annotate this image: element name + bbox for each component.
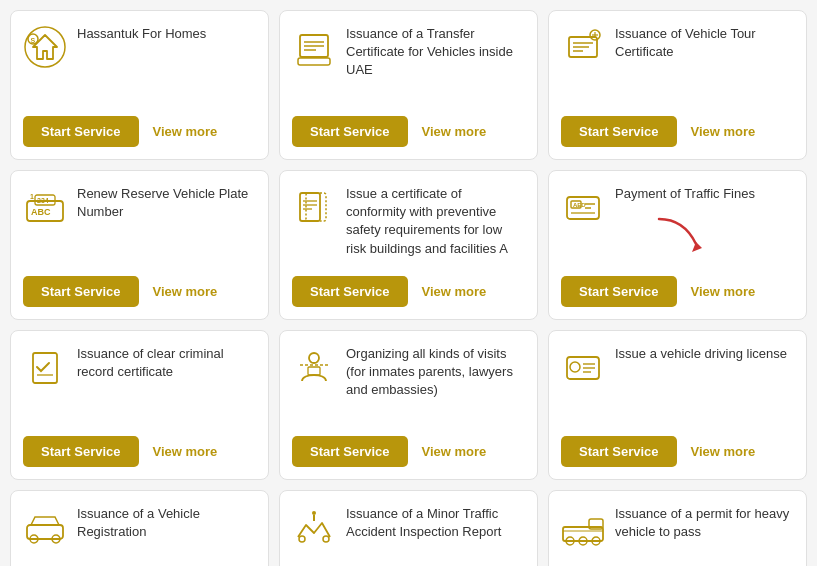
service-icon-conformity xyxy=(292,185,336,229)
svg-rect-8 xyxy=(298,58,330,65)
card-title: Issuance of Vehicle Tour Certificate xyxy=(615,25,794,61)
start-service-button[interactable]: Start Service xyxy=(23,116,139,147)
card-actions: Start Service View more xyxy=(292,276,525,307)
service-icon-visits xyxy=(292,345,336,389)
card-header: 1 234 ABC Renew Reserve Vehicle Plate Nu… xyxy=(23,185,256,229)
service-icon-vehicle-certificate xyxy=(292,25,336,69)
card-title: Issue a certificate of conformity with p… xyxy=(346,185,525,258)
start-service-button[interactable]: Start Service xyxy=(292,116,408,147)
card-header: Issue a vehicle driving license xyxy=(561,345,794,389)
card-header: Issuance of a Transfer Certificate for V… xyxy=(292,25,525,80)
arrow-indicator xyxy=(654,214,704,254)
card-actions: Start Service View more xyxy=(292,436,525,467)
svg-point-39 xyxy=(570,362,580,372)
service-icon-criminal-record xyxy=(23,345,67,389)
card-header: Issuance of Vehicle Tour Certificate xyxy=(561,25,794,69)
card-header: Issuance of a Vehicle Registration xyxy=(23,505,256,549)
card-actions: Start Service View more xyxy=(23,436,256,467)
view-more-link[interactable]: View more xyxy=(422,444,487,459)
card-header: Organizing all kinds of visits (for inma… xyxy=(292,345,525,400)
service-card-traffic-fines: AED Payment of Traffic Fines Start Servi… xyxy=(548,170,807,320)
svg-rect-22 xyxy=(306,193,326,221)
view-more-link[interactable]: View more xyxy=(153,444,218,459)
start-service-button[interactable]: Start Service xyxy=(561,116,677,147)
card-title: Issue a vehicle driving license xyxy=(615,345,787,363)
service-grid: S Hassantuk For Homes Start Service View… xyxy=(10,10,807,566)
view-more-link[interactable]: View more xyxy=(153,124,218,139)
svg-point-0 xyxy=(25,27,65,67)
start-service-button[interactable]: Start Service xyxy=(561,276,677,307)
view-more-link[interactable]: View more xyxy=(691,124,756,139)
service-icon-traffic-accident xyxy=(292,505,336,549)
service-icon-traffic-fines: AED xyxy=(561,185,605,229)
start-service-button[interactable]: Start Service xyxy=(23,276,139,307)
svg-text:234: 234 xyxy=(37,197,49,204)
svg-text:AED: AED xyxy=(573,202,586,208)
service-card-vehicle-registration: Issuance of a Vehicle Registration Start… xyxy=(10,490,269,566)
svg-marker-1 xyxy=(33,35,57,59)
svg-rect-21 xyxy=(300,193,320,221)
card-title: Organizing all kinds of visits (for inma… xyxy=(346,345,525,400)
card-header: Issuance of a permit for heavy vehicle t… xyxy=(561,505,794,549)
service-card-heavy-vehicle: Issuance of a permit for heavy vehicle t… xyxy=(548,490,807,566)
svg-text:1: 1 xyxy=(30,193,34,200)
service-icon-heavy-vehicle xyxy=(561,505,605,549)
start-service-button[interactable]: Start Service xyxy=(292,276,408,307)
view-more-link[interactable]: View more xyxy=(422,284,487,299)
card-title: Issuance of a permit for heavy vehicle t… xyxy=(615,505,794,541)
card-actions: Start Service View more xyxy=(561,276,794,307)
card-actions: Start Service View more xyxy=(23,276,256,307)
card-title: Hassantuk For Homes xyxy=(77,25,206,43)
service-card-vehicle-tour: Issuance of Vehicle Tour Certificate Sta… xyxy=(548,10,807,160)
svg-point-47 xyxy=(312,511,316,515)
card-actions: Start Service View more xyxy=(23,116,256,147)
svg-marker-32 xyxy=(692,242,702,252)
service-card-conformity-certificate: Issue a certificate of conformity with p… xyxy=(279,170,538,320)
svg-rect-43 xyxy=(27,525,63,539)
svg-text:S: S xyxy=(31,37,36,44)
card-header: Issuance of clear criminal record certif… xyxy=(23,345,256,389)
card-title: Issuance of clear criminal record certif… xyxy=(77,345,256,381)
view-more-link[interactable]: View more xyxy=(153,284,218,299)
service-card-traffic-accident: Issuance of a Minor Traffic Accident Ins… xyxy=(279,490,538,566)
service-icon-vehicle-tour xyxy=(561,25,605,69)
card-actions: Start Service View more xyxy=(561,116,794,147)
service-card-criminal-record: Issuance of clear criminal record certif… xyxy=(10,330,269,480)
view-more-link[interactable]: View more xyxy=(691,444,756,459)
card-actions: Start Service View more xyxy=(292,116,525,147)
service-card-driving-license: Issue a vehicle driving license Start Se… xyxy=(548,330,807,480)
svg-point-35 xyxy=(309,353,319,363)
card-title: Renew Reserve Vehicle Plate Number xyxy=(77,185,256,221)
svg-point-49 xyxy=(323,536,329,542)
service-card-hassantuk: S Hassantuk For Homes Start Service View… xyxy=(10,10,269,160)
svg-text:ABC: ABC xyxy=(31,207,51,217)
start-service-button[interactable]: Start Service xyxy=(23,436,139,467)
svg-rect-37 xyxy=(308,367,320,375)
card-header: Issue a certificate of conformity with p… xyxy=(292,185,525,258)
svg-point-48 xyxy=(299,536,305,542)
card-header: Issuance of a Minor Traffic Accident Ins… xyxy=(292,505,525,549)
card-actions: Start Service View more xyxy=(561,436,794,467)
service-icon-vehicle-registration xyxy=(23,505,67,549)
view-more-link[interactable]: View more xyxy=(691,284,756,299)
card-title: Issuance of a Vehicle Registration xyxy=(77,505,256,541)
card-title: Issuance of a Minor Traffic Accident Ins… xyxy=(346,505,525,541)
card-title: Issuance of a Transfer Certificate for V… xyxy=(346,25,525,80)
start-service-button[interactable]: Start Service xyxy=(561,436,677,467)
service-icon-plate: 1 234 ABC xyxy=(23,185,67,229)
view-more-link[interactable]: View more xyxy=(422,124,487,139)
start-service-button[interactable]: Start Service xyxy=(292,436,408,467)
service-icon-driving-license xyxy=(561,345,605,389)
service-card-visits: Organizing all kinds of visits (for inma… xyxy=(279,330,538,480)
service-icon-house: S xyxy=(23,25,67,69)
card-header: S Hassantuk For Homes xyxy=(23,25,256,69)
card-title: Payment of Traffic Fines xyxy=(615,185,755,203)
service-card-renew-plate: 1 234 ABC Renew Reserve Vehicle Plate Nu… xyxy=(10,170,269,320)
service-card-transfer-certificate: Issuance of a Transfer Certificate for V… xyxy=(279,10,538,160)
